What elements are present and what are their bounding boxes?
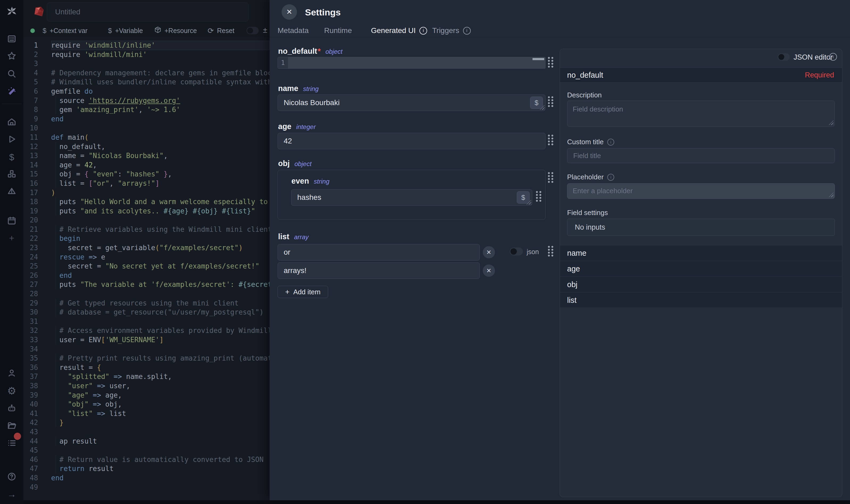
close-icon[interactable]: ✕ bbox=[282, 4, 297, 20]
info-icon[interactable]: i bbox=[607, 174, 614, 181]
code-line[interactable]: 47 return result bbox=[23, 464, 270, 473]
schema-row-list[interactable]: list bbox=[560, 292, 842, 308]
search-icon[interactable] bbox=[0, 69, 23, 78]
code-line[interactable]: 26 end bbox=[23, 271, 270, 280]
drag-handle-icon[interactable] bbox=[547, 96, 554, 108]
code-line[interactable]: 16 list = ["or", "arrays!"] bbox=[23, 179, 270, 188]
folder-icon[interactable] bbox=[0, 421, 23, 430]
code-line[interactable]: 23 secret = get_variable("f/examples/sec… bbox=[23, 243, 270, 253]
code-line[interactable]: 24 rescue => e bbox=[23, 253, 270, 262]
calendar-icon[interactable] bbox=[0, 216, 23, 225]
drag-handle-icon[interactable] bbox=[547, 245, 554, 257]
script-title-input[interactable] bbox=[47, 2, 249, 21]
json-editor-toggle[interactable] bbox=[778, 53, 790, 61]
code-line[interactable]: 12 no_default, bbox=[23, 142, 270, 151]
cubes-icon[interactable] bbox=[0, 169, 23, 179]
json-toggle[interactable] bbox=[510, 248, 523, 255]
user-icon[interactable] bbox=[0, 368, 23, 378]
info-icon[interactable]: i bbox=[829, 53, 837, 61]
reset-button[interactable]: ⟳ Reset bbox=[207, 24, 234, 37]
list-item-field[interactable] bbox=[277, 263, 480, 279]
code-line[interactable]: 3 bbox=[23, 59, 270, 68]
code-line[interactable]: 28 bbox=[23, 289, 270, 299]
code-editor[interactable]: 1require 'windmill/inline'2require 'wind… bbox=[23, 37, 270, 500]
code-line[interactable]: 18 puts "Hello World and a warm welcome … bbox=[23, 197, 270, 206]
drag-handle-icon[interactable] bbox=[547, 134, 554, 146]
toolbar-toggle[interactable] bbox=[247, 27, 259, 34]
code-line[interactable]: 22 begin bbox=[23, 234, 270, 243]
code-line[interactable]: 27 puts "The variable at 'f/examples/sec… bbox=[23, 280, 270, 289]
remove-item-icon[interactable]: ✕ bbox=[483, 265, 495, 277]
code-line[interactable]: 48end bbox=[23, 473, 270, 483]
code-line[interactable]: 46 # Return value is automatically conve… bbox=[23, 455, 270, 464]
selected-field-header[interactable]: no_default Required bbox=[560, 68, 842, 83]
placeholder-textarea[interactable] bbox=[567, 183, 835, 199]
code-line[interactable]: 33 user = ENV['WM_USERNAME'] bbox=[23, 335, 270, 345]
code-line[interactable]: 44 ap result bbox=[23, 437, 270, 446]
code-line[interactable]: 35 # Pretty print results using amazing_… bbox=[23, 354, 270, 363]
mini-scrollbar[interactable] bbox=[532, 58, 544, 60]
gear-icon[interactable]: ⚙ bbox=[0, 386, 23, 396]
code-line[interactable]: 15 obj = { "even": "hashes" }, bbox=[23, 169, 270, 179]
code-line[interactable]: 19 puts "and its acolytes.. #{age} #{obj… bbox=[23, 206, 270, 216]
code-line[interactable]: 14 age = 42, bbox=[23, 160, 270, 170]
add-resource-button[interactable]: +Resource bbox=[155, 24, 197, 37]
code-line[interactable]: 10 bbox=[23, 124, 270, 133]
tab-runtime[interactable]: Runtime bbox=[324, 24, 352, 37]
code-line[interactable]: 20 bbox=[23, 216, 270, 225]
tab-generated-ui[interactable]: Generated UIi bbox=[371, 24, 427, 37]
name-field[interactable] bbox=[277, 94, 545, 111]
code-line[interactable]: 6gemfile do bbox=[23, 87, 270, 96]
custom-title-input[interactable] bbox=[567, 148, 835, 163]
schema-row-age[interactable]: age bbox=[560, 261, 842, 276]
code-line[interactable]: 5# Windmill uses bundler/inline compatib… bbox=[23, 77, 270, 87]
tab-metadata[interactable]: Metadata bbox=[277, 24, 309, 37]
code-line[interactable]: 45 bbox=[23, 446, 270, 455]
code-line[interactable]: 30 # database = get_resource("u/user/my_… bbox=[23, 308, 270, 317]
drag-handle-icon[interactable] bbox=[535, 191, 542, 202]
code-line[interactable]: 38 "user" => user, bbox=[23, 381, 270, 391]
code-line[interactable]: 17) bbox=[23, 188, 270, 197]
code-line[interactable]: 9end bbox=[23, 114, 270, 124]
code-line[interactable]: 31 bbox=[23, 317, 270, 326]
code-line[interactable]: 43 bbox=[23, 427, 270, 437]
age-field[interactable] bbox=[277, 133, 545, 149]
code-line[interactable]: 34 bbox=[23, 345, 270, 354]
code-line[interactable]: 40 "obj" => obj, bbox=[23, 400, 270, 409]
code-line[interactable]: 49 bbox=[23, 483, 270, 492]
info-icon[interactable]: i bbox=[607, 139, 614, 146]
code-line[interactable]: 41 "list" => list bbox=[23, 409, 270, 418]
code-line[interactable]: 37 "splitted" => name.split, bbox=[23, 372, 270, 381]
code-line[interactable]: 29 # Get typed resources using the mini … bbox=[23, 299, 270, 308]
code-line[interactable]: 39 "age" => age, bbox=[23, 391, 270, 400]
plus-icon[interactable]: + bbox=[0, 233, 23, 242]
pyramid-icon[interactable] bbox=[0, 187, 23, 196]
code-line[interactable]: 13 name = "Nicolas Bourbaki", bbox=[23, 151, 270, 160]
drag-handle-icon[interactable] bbox=[547, 56, 554, 68]
code-line[interactable]: 7 source 'https://rubygems.org' bbox=[23, 96, 270, 105]
drag-handle-icon[interactable] bbox=[547, 172, 554, 183]
bot-icon[interactable] bbox=[0, 404, 23, 413]
queue-icon[interactable] bbox=[0, 438, 23, 448]
code-line[interactable]: 11def main( bbox=[23, 133, 270, 142]
info-icon[interactable]: i bbox=[463, 27, 471, 35]
schema-row-obj[interactable]: obj bbox=[560, 276, 842, 292]
list-item-field[interactable] bbox=[277, 244, 480, 260]
dollar-icon[interactable]: $ bbox=[0, 152, 23, 162]
expand-arrow-icon[interactable]: → bbox=[0, 490, 23, 499]
even-field[interactable] bbox=[291, 189, 532, 206]
code-line[interactable]: 25 secret = "No secret yet at f/examples… bbox=[23, 262, 270, 271]
apps-icon[interactable] bbox=[0, 34, 23, 43]
description-textarea[interactable] bbox=[567, 101, 835, 127]
schema-row-name[interactable]: name bbox=[560, 245, 842, 261]
help-icon[interactable] bbox=[0, 472, 23, 481]
code-line[interactable]: 4# Dependency management: declare gems i… bbox=[23, 68, 270, 78]
insert-variable-button[interactable]: $ bbox=[530, 96, 543, 109]
code-line[interactable]: 32 # Access environment variables provid… bbox=[23, 326, 270, 335]
add-variable-button[interactable]: $ +Variable bbox=[108, 24, 143, 37]
insert-variable-button[interactable]: $ bbox=[517, 191, 529, 203]
code-line[interactable]: 21 # Retrieve variables using the Windmi… bbox=[23, 225, 270, 234]
code-line[interactable]: 42 } bbox=[23, 418, 270, 427]
diff-toggle-button[interactable]: ± bbox=[263, 25, 267, 35]
play-icon[interactable] bbox=[0, 134, 23, 144]
